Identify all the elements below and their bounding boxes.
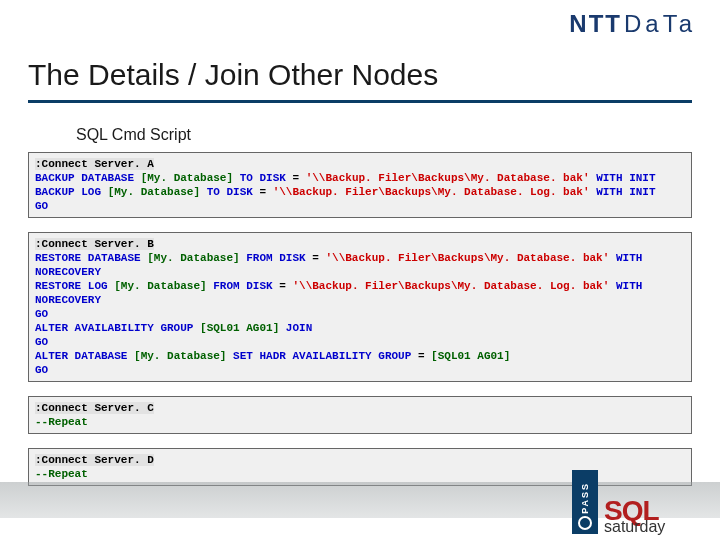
code-token-kw: WITH INIT bbox=[590, 186, 656, 198]
brand-logo: NTTDaTa bbox=[569, 10, 696, 38]
code-line: RESTORE LOG [My. Database] FROM DISK = '… bbox=[35, 280, 649, 306]
code-line: GO bbox=[35, 364, 48, 376]
code-line: GO bbox=[35, 200, 48, 212]
code-token-kw: FROM DISK bbox=[240, 252, 313, 264]
code-token-kw: GO bbox=[35, 200, 48, 212]
code-token-plain: = bbox=[418, 350, 431, 362]
code-token-kw: BACKUP LOG bbox=[35, 186, 108, 198]
code-token-kw: BACKUP DATABASE bbox=[35, 172, 141, 184]
code-token-id: [My. Database] bbox=[141, 172, 233, 184]
slide: NTTDaTa The Details / Join Other Nodes S… bbox=[0, 0, 720, 540]
sqlcmd-connect: :Connect Server. C bbox=[35, 402, 154, 414]
code-token-kw: TO DISK bbox=[200, 186, 259, 198]
slide-subtitle: SQL Cmd Script bbox=[76, 126, 191, 144]
code-line: ALTER AVAILABILITY GROUP [SQL01 AG01] JO… bbox=[35, 322, 312, 334]
code-line: ALTER DATABASE [My. Database] SET HADR A… bbox=[35, 350, 510, 362]
code-line: --Repeat bbox=[35, 416, 88, 428]
code-token-kw: WITH INIT bbox=[590, 172, 656, 184]
code-token-str: '\\Backup. Filer\Backups\My. Database. L… bbox=[273, 186, 590, 198]
code-token-id: [My. Database] bbox=[134, 350, 226, 362]
code-token-plain: = bbox=[312, 252, 325, 264]
code-token-kw: GO bbox=[35, 336, 48, 348]
code-token-plain: = bbox=[259, 186, 272, 198]
sqlcmd-connect: :Connect Server. D bbox=[35, 454, 154, 466]
code-token-kw: JOIN bbox=[279, 322, 312, 334]
code-token-id: [SQL01 AG01] bbox=[431, 350, 510, 362]
code-token-kw: RESTORE DATABASE bbox=[35, 252, 147, 264]
code-line: --Repeat bbox=[35, 468, 88, 480]
code-line: GO bbox=[35, 336, 48, 348]
footer-logo: PASS SQL saturday bbox=[572, 464, 692, 534]
code-token-id: [My. Database] bbox=[147, 252, 239, 264]
code-token-id: [My. Database] bbox=[108, 186, 200, 198]
sql-saturday-bottom: saturday bbox=[604, 520, 665, 534]
code-token-cmt: --Repeat bbox=[35, 416, 88, 428]
brand-main: NTT bbox=[569, 10, 622, 37]
code-token-kw: ALTER DATABASE bbox=[35, 350, 134, 362]
code-token-cmt: --Repeat bbox=[35, 468, 88, 480]
code-token-kw: FROM DISK bbox=[207, 280, 280, 292]
pass-badge: PASS bbox=[572, 470, 598, 534]
code-block: :Connect Server. A BACKUP DATABASE [My. … bbox=[28, 152, 692, 218]
code-token-kw: SET HADR AVAILABILITY GROUP bbox=[226, 350, 417, 362]
code-token-kw: GO bbox=[35, 308, 48, 320]
code-token-id: [My. Database] bbox=[114, 280, 206, 292]
code-token-str: '\\Backup. Filer\Backups\My. Database. b… bbox=[325, 252, 609, 264]
title-rule bbox=[28, 100, 692, 103]
sqlcmd-connect: :Connect Server. A bbox=[35, 158, 154, 170]
code-block: :Connect Server. C --Repeat bbox=[28, 396, 692, 434]
code-block-container: :Connect Server. A BACKUP DATABASE [My. … bbox=[28, 152, 692, 500]
code-line: RESTORE DATABASE [My. Database] FROM DIS… bbox=[35, 252, 649, 278]
code-line: GO bbox=[35, 308, 48, 320]
sql-saturday-text: SQL saturday bbox=[604, 499, 665, 534]
code-token-plain: = bbox=[292, 172, 305, 184]
code-line: BACKUP LOG [My. Database] TO DISK = '\\B… bbox=[35, 186, 656, 198]
code-token-kw: ALTER AVAILABILITY GROUP bbox=[35, 322, 200, 334]
code-token-kw: TO DISK bbox=[233, 172, 292, 184]
code-token-str: '\\Backup. Filer\Backups\My. Database. b… bbox=[306, 172, 590, 184]
code-token-str: '\\Backup. Filer\Backups\My. Database. L… bbox=[292, 280, 609, 292]
code-line: BACKUP DATABASE [My. Database] TO DISK =… bbox=[35, 172, 656, 184]
sqlcmd-connect: :Connect Server. B bbox=[35, 238, 154, 250]
code-token-id: [SQL01 AG01] bbox=[200, 322, 279, 334]
code-token-kw: GO bbox=[35, 364, 48, 376]
brand-sub: DaTa bbox=[624, 10, 696, 37]
code-token-kw: RESTORE LOG bbox=[35, 280, 114, 292]
code-block: :Connect Server. B RESTORE DATABASE [My.… bbox=[28, 232, 692, 382]
code-token-plain: = bbox=[279, 280, 292, 292]
pass-badge-dot-icon bbox=[578, 516, 592, 530]
pass-badge-text: PASS bbox=[580, 482, 590, 514]
slide-title: The Details / Join Other Nodes bbox=[28, 58, 438, 92]
